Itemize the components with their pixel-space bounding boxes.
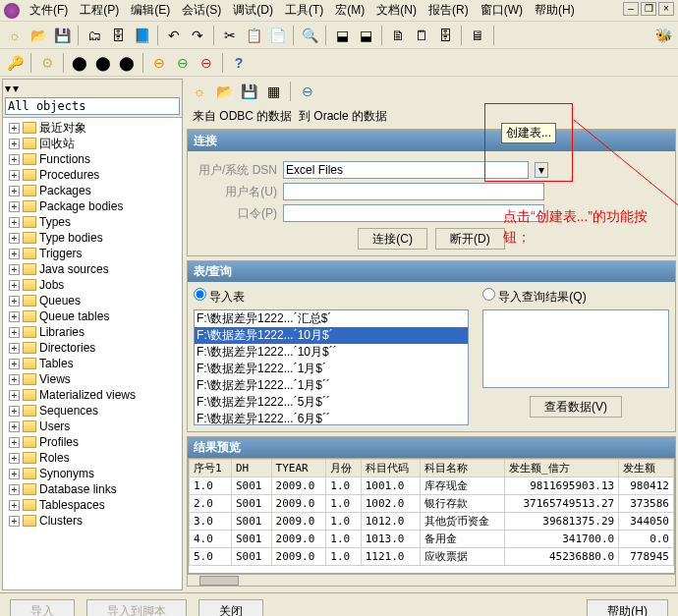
icon[interactable]: 🗄 [107,25,129,46]
menu-report[interactable]: 报告(R) [423,0,475,21]
tree-node[interactable]: +Tablespaces [5,497,180,513]
chevron-down-icon[interactable]: ▾ [535,162,548,178]
chevron-down-icon[interactable]: ▾ [13,82,19,95]
expand-icon[interactable]: + [9,186,20,196]
icon[interactable]: 🗂 [84,25,105,46]
table-icon[interactable]: ▦ [262,81,284,102]
expand-icon[interactable]: + [9,421,20,432]
connect-button[interactable]: 连接(C) [358,228,427,250]
tree-node[interactable]: +Sequences [5,403,180,419]
list-item[interactable]: F:\数据差异1222...´5月$´´ [195,394,468,411]
tree-node[interactable]: +Materialized views [5,387,180,403]
icon[interactable]: ⬤ [116,52,138,74]
tree-node[interactable]: +Types [5,214,180,230]
import-table-radio[interactable] [194,288,206,301]
undo-icon[interactable]: ↶ [163,25,185,46]
menu-window[interactable]: 窗口(W) [475,0,529,21]
icon[interactable]: 🐝 [652,25,674,46]
list-item[interactable]: F:\数据差异1222...´1月$´´ [195,377,468,394]
tree-node[interactable]: +Profiles [5,434,180,450]
table-row[interactable]: 5.0S0012009.01.01121.0应收票据45236880.07789… [190,548,674,566]
create-table-icon[interactable]: ⊖ [297,81,318,102]
import-button[interactable]: 导入 [10,599,75,616]
save-icon[interactable]: 💾 [238,81,259,102]
disconnect-button[interactable]: 断开(D) [435,228,505,250]
key-icon[interactable]: 🔑 [4,52,26,74]
expand-icon[interactable]: + [9,453,20,464]
import-script-button[interactable]: 导入到脚本 [86,599,187,616]
preview-grid[interactable]: 序号1DHTYEAR月份科目代码科目名称发生额_借方发生额1.0S0012009… [188,458,675,574]
new-icon[interactable]: ☼ [4,25,26,46]
list-item[interactable]: F:\数据差异1222...´1月$´ [195,361,468,377]
chevron-down-icon[interactable]: ▾ [5,82,11,95]
tree-node[interactable]: +Synonyms [5,466,180,481]
close-button[interactable]: × [658,2,674,16]
expand-icon[interactable]: + [9,233,20,244]
expand-icon[interactable]: + [9,249,20,259]
tree-node[interactable]: +Triggers [5,246,180,261]
help-button[interactable]: 帮助(H) [587,599,668,616]
icon[interactable]: ⬤ [69,52,90,74]
icon[interactable]: 🗒 [411,25,432,46]
horizontal-scrollbar[interactable] [188,574,675,586]
expand-icon[interactable]: + [9,201,20,212]
save-icon[interactable]: 💾 [51,25,73,46]
column-header[interactable]: TYEAR [271,460,326,477]
menu-debug[interactable]: 调试(D) [227,0,279,21]
expand-icon[interactable]: + [9,311,20,322]
table-row[interactable]: 1.0S0012009.01.01001.0库存现金9811695903.139… [190,477,674,495]
new-icon[interactable]: ☼ [189,81,210,102]
expand-icon[interactable]: + [9,170,20,181]
expand-icon[interactable]: + [9,390,20,401]
table-row[interactable]: 3.0S0012009.01.01012.0其他货币资金39681375.293… [190,513,674,531]
icon[interactable]: ⬓ [355,25,376,46]
cut-icon[interactable]: ✂ [219,25,241,46]
expand-icon[interactable]: + [9,484,20,495]
icon[interactable]: ⬓ [331,25,353,46]
tree-node[interactable]: +Package bodies [5,198,180,214]
minimize-button[interactable]: – [623,2,639,16]
list-item[interactable]: F:\数据差异1222...´10月$´´ [195,344,468,361]
expand-icon[interactable]: + [9,327,20,338]
tree-node[interactable]: +Packages [5,183,180,198]
menu-docs[interactable]: 文档(N) [370,0,423,21]
tree-node[interactable]: +Views [5,371,180,387]
menu-macro[interactable]: 宏(M) [329,0,370,21]
commit-icon[interactable]: ⊖ [172,52,194,74]
tree-node[interactable]: +Database links [5,481,180,497]
expand-icon[interactable]: + [9,296,20,307]
column-header[interactable]: 月份 [326,460,361,477]
column-header[interactable]: 发生额 [619,460,674,477]
expand-icon[interactable]: + [9,406,20,417]
query-textarea[interactable] [482,309,669,388]
tree-node[interactable]: +Directories [5,340,180,356]
execute-icon[interactable]: ⊖ [148,52,170,74]
expand-icon[interactable]: + [9,154,20,165]
rollback-icon[interactable]: ⊖ [196,52,217,74]
tree-node[interactable]: +Users [5,419,180,434]
tree-node[interactable]: +Roles [5,450,180,466]
list-item[interactable]: F:\数据差异1222...´汇总$´ [195,310,468,327]
expand-icon[interactable]: + [9,500,20,511]
expand-icon[interactable]: + [9,469,20,479]
tree-node[interactable]: +最近对象 [5,120,180,136]
tree-node[interactable]: +Functions [5,151,180,167]
expand-icon[interactable]: + [9,123,20,134]
help-icon[interactable]: ? [228,52,250,74]
restore-button[interactable]: ❐ [641,2,656,16]
paste-icon[interactable]: 📄 [266,25,288,46]
gear-icon[interactable]: ⚙ [36,52,58,74]
dsn-select[interactable] [283,161,529,179]
icon[interactable]: 📘 [131,25,152,46]
expand-icon[interactable]: + [9,374,20,385]
copy-icon[interactable]: 📋 [243,25,264,46]
tree-node[interactable]: +回收站 [5,136,180,151]
menu-session[interactable]: 会话(S) [176,0,227,21]
tree-node[interactable]: +Tables [5,356,180,371]
tree-node[interactable]: +Type bodies [5,230,180,246]
redo-icon[interactable]: ↷ [187,25,208,46]
menu-file[interactable]: 文件(F) [24,0,74,21]
icon[interactable]: ⬤ [92,52,114,74]
column-header[interactable]: 序号1 [190,460,232,477]
close-button-bottom[interactable]: 关闭 [198,599,263,616]
